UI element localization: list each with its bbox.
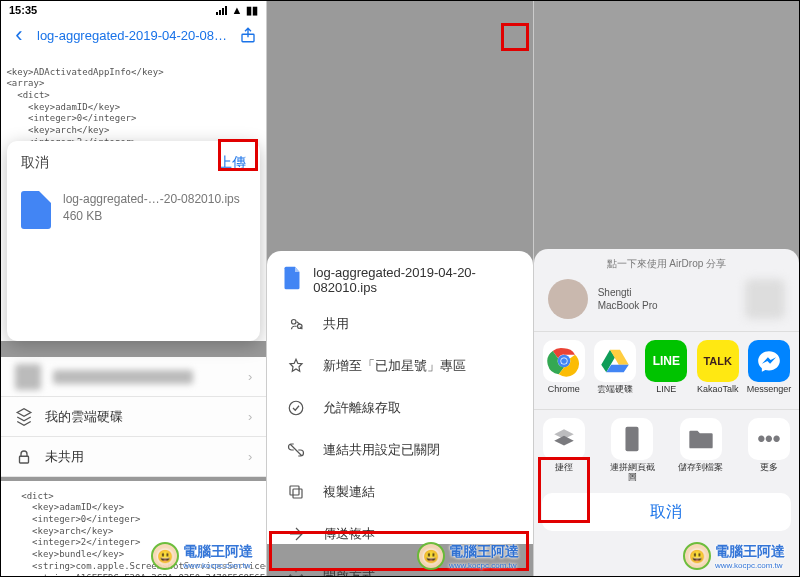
open-with-icon [287, 567, 305, 576]
messenger-icon [748, 340, 790, 382]
app-kakao-label: KakaoTalk [694, 385, 742, 405]
watermark-brand: 電腦王阿達 [715, 543, 785, 559]
watermark: 😃 電腦王阿達 www.kocpc.com.tw [683, 542, 785, 570]
watermark-url: www.kocpc.com.tw [715, 561, 785, 570]
status-bar: 15:35 ▲ ▮▮ [1, 1, 266, 19]
menu-share[interactable]: 共用 [267, 303, 532, 345]
action-more[interactable]: ••• 更多 [745, 418, 793, 483]
lock-icon [15, 448, 33, 466]
folder-icon [680, 418, 722, 460]
action-sheet: log-aggregated-2019-04-20-082010.ips 共用 … [267, 251, 532, 544]
action-shortcut[interactable]: 捷徑 [540, 418, 588, 483]
cancel-button[interactable]: 取消 [542, 493, 791, 531]
my-drive-row[interactable]: 我的雲端硬碟 › [1, 397, 266, 437]
watermark-face-icon: 😃 [417, 542, 445, 570]
panel-share-sheet: 15:28 ▲ ▮▮ ✕ log-aggregated-2019-04… ⋯ 點… [534, 1, 799, 576]
menu: 共用 新增至「已加星號」專區 允許離線存取 連結共用設定已關閉 複製連結 傳送複… [267, 303, 532, 576]
menu-link-off[interactable]: 連結共用設定已關閉 [267, 429, 532, 471]
drive-icon [15, 408, 33, 426]
divider [534, 409, 799, 410]
chevron-right-icon: › [248, 409, 252, 424]
chevron-right-icon: › [248, 369, 252, 384]
action-shortcut-label: 捷徑 [540, 463, 588, 483]
panel-file-menu: 15:38 ▲ ▮▮ ✕ log-aggregated-2019-04… ⋯ l… [267, 1, 533, 576]
nav-title: log-aggregated-2019-04-20-082010… [37, 28, 230, 43]
app-messenger[interactable]: Messenger [745, 340, 793, 405]
file-meta: log-aggregated-…-20-082010.ips 460 KB [63, 191, 240, 226]
send-icon [287, 525, 305, 543]
file-row: log-aggregated-…-20-082010.ips 460 KB [7, 185, 260, 235]
menu-copy-link[interactable]: 複製連結 [267, 471, 532, 513]
app-kakao[interactable]: TALK KakaoTalk [694, 340, 742, 405]
airdrop-meta: Shengti MacBook Pro [598, 286, 658, 312]
app-line[interactable]: LINE LINE [642, 340, 690, 405]
menu-offline[interactable]: 允許離線存取 [267, 387, 532, 429]
app-chrome[interactable]: Chrome [540, 340, 588, 405]
watermark: 😃 電腦王阿達 www.kocpc.com.tw [417, 542, 519, 570]
action-row: 捷徑 連拼網頁截圖 儲存到檔案 ••• 更多 [534, 414, 799, 485]
shortcut-icon [543, 418, 585, 460]
account-row[interactable]: › [1, 357, 266, 397]
dots-icon: ••• [748, 418, 790, 460]
airdrop-avatar[interactable] [548, 279, 588, 319]
airdrop-blurred [745, 279, 785, 319]
sheet-header: 取消 上傳 [7, 141, 260, 185]
svg-rect-13 [626, 427, 639, 451]
action-more-label: 更多 [745, 463, 793, 483]
copy-icon [287, 483, 305, 501]
signal-icon [216, 6, 227, 15]
file-row: log-aggregated-2019-04-20-082010.ips [267, 251, 532, 303]
airdrop-row: Shengti MacBook Pro [534, 271, 799, 329]
svg-point-3 [292, 320, 297, 325]
airdrop-device: MacBook Pro [598, 299, 658, 312]
file-icon [283, 265, 301, 291]
action-save-files[interactable]: 儲存到檔案 [677, 418, 725, 483]
menu-send-copy-label: 傳送複本 [323, 525, 375, 543]
airdrop-hint: 點一下來使用 AirDrop 分享 [534, 257, 799, 271]
action-longshot[interactable]: 連拼網頁截圖 [608, 418, 656, 483]
app-drive-label: 雲端硬碟 [591, 385, 639, 405]
battery-icon: ▮▮ [246, 4, 258, 17]
avatar [15, 364, 41, 390]
svg-point-12 [561, 358, 567, 364]
back-icon[interactable]: ‹ [7, 23, 31, 47]
action-longshot-label: 連拼網頁截圖 [608, 463, 656, 483]
share-sheet: 點一下來使用 AirDrop 分享 Shengti MacBook Pro Ch… [534, 249, 799, 576]
svg-point-5 [290, 401, 304, 415]
airdrop-name: Shengti [598, 286, 658, 299]
app-drive[interactable]: 雲端硬碟 [591, 340, 639, 405]
share-icon[interactable] [236, 23, 260, 47]
menu-link-off-label: 連結共用設定已關閉 [323, 441, 440, 459]
my-drive-label: 我的雲端硬碟 [45, 408, 123, 426]
chrome-icon [543, 340, 585, 382]
menu-offline-label: 允許離線存取 [323, 399, 401, 417]
divider [534, 331, 799, 332]
not-shared-row[interactable]: 未共用 › [1, 437, 266, 477]
watermark-brand: 電腦王阿達 [183, 543, 253, 559]
watermark-url: www.kocpc.com.tw [183, 561, 253, 570]
status-right: ▲ ▮▮ [216, 4, 258, 17]
upload-button[interactable]: 上傳 [218, 154, 246, 172]
file-size: 460 KB [63, 208, 240, 225]
watermark-face-icon: 😃 [151, 542, 179, 570]
action-save-files-label: 儲存到檔案 [677, 463, 725, 483]
app-line-label: LINE [642, 385, 690, 405]
nav-bar: ‹ log-aggregated-2019-04-20-082010… [1, 19, 266, 51]
svg-rect-1 [20, 456, 29, 463]
app-chrome-label: Chrome [540, 385, 588, 405]
cancel-button[interactable]: 取消 [21, 154, 49, 172]
line-icon: LINE [645, 340, 687, 382]
share-icon [287, 315, 305, 333]
watermark-url: www.kocpc.com.tw [449, 561, 519, 570]
longshot-icon [611, 418, 653, 460]
file-name: log-aggregated-2019-04-20-082010.ips [313, 265, 516, 295]
panel-upload-sheet: 15:35 ▲ ▮▮ ‹ log-aggregated-2019-04-20-0… [1, 1, 267, 576]
menu-star[interactable]: 新增至「已加星號」專區 [267, 345, 532, 387]
cancel-label: 取消 [650, 502, 682, 523]
link-off-icon [287, 441, 305, 459]
account-name-blurred [53, 370, 193, 384]
menu-share-label: 共用 [323, 315, 349, 333]
chevron-right-icon: › [248, 449, 252, 464]
app-row: Chrome 雲端硬碟 LINE LINE TALK KakaoTalk M [534, 336, 799, 407]
offline-icon [287, 399, 305, 417]
